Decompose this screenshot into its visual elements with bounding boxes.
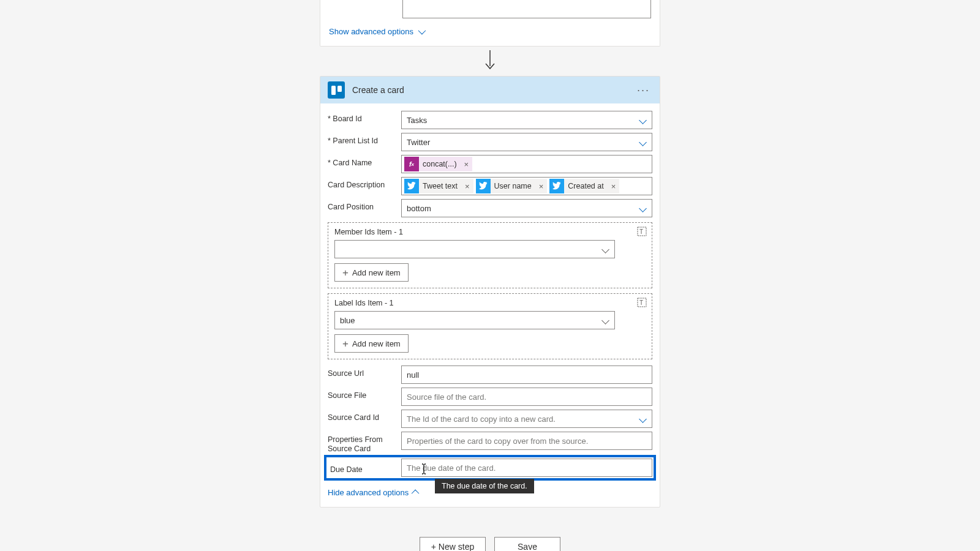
chevron-down-icon bbox=[639, 415, 647, 423]
source-card-id-select[interactable]: The Id of the card to copy into a new ca… bbox=[401, 410, 652, 428]
svg-text:T: T bbox=[639, 299, 643, 306]
add-button-label: Add new item bbox=[352, 268, 401, 277]
tweet-text-token[interactable]: Tweet text × bbox=[404, 179, 473, 193]
previous-action-card: Show advanced options bbox=[320, 0, 660, 47]
add-member-item-button[interactable]: + Add new item bbox=[334, 263, 409, 282]
token-label: Created at bbox=[564, 182, 607, 190]
save-button[interactable]: Save bbox=[494, 537, 560, 551]
fx-token[interactable]: fx concat(...) × bbox=[404, 157, 472, 171]
props-from-source-input[interactable] bbox=[401, 432, 652, 450]
card-pos-select[interactable]: bottom bbox=[401, 199, 652, 217]
due-date-tooltip: The due date of the card. bbox=[435, 479, 533, 493]
token-label: User name bbox=[491, 182, 535, 190]
label-ids-label: Label Ids Item - 1 bbox=[334, 299, 646, 307]
parent-list-value: Twitter bbox=[407, 138, 430, 147]
chevron-down-icon bbox=[601, 317, 609, 324]
flow-arrow bbox=[320, 47, 660, 76]
source-url-input[interactable] bbox=[401, 365, 652, 384]
chevron-down-icon bbox=[639, 138, 647, 146]
action-title: Create a card bbox=[352, 85, 627, 95]
plus-icon: + bbox=[342, 268, 349, 278]
board-id-select[interactable]: Tasks bbox=[401, 111, 652, 129]
show-advanced-link[interactable]: Show advanced options bbox=[329, 24, 424, 39]
label-ids-value: blue bbox=[340, 316, 355, 325]
label-ids-group: Label Ids Item - 1 T blue + Add new item bbox=[328, 293, 652, 359]
previous-input-stub[interactable] bbox=[402, 0, 651, 18]
fx-token-label: concat(...) bbox=[419, 160, 461, 168]
chevron-down-icon bbox=[639, 204, 647, 212]
card-pos-label: Card Position bbox=[328, 199, 396, 212]
save-label: Save bbox=[518, 542, 537, 551]
props-from-source-label: Properties From Source Card bbox=[328, 432, 396, 454]
fx-icon: fx bbox=[404, 157, 419, 171]
action-header[interactable]: Create a card ··· bbox=[320, 77, 660, 103]
parent-list-select[interactable]: Twitter bbox=[401, 133, 652, 151]
source-file-input[interactable] bbox=[401, 388, 652, 406]
hide-advanced-link[interactable]: Hide advanced options bbox=[328, 485, 419, 500]
board-id-value: Tasks bbox=[407, 116, 427, 125]
label-ids-select[interactable]: blue bbox=[334, 311, 615, 329]
token-label: Tweet text bbox=[419, 182, 461, 190]
created-at-token[interactable]: Created at × bbox=[549, 179, 619, 193]
action-menu-button[interactable]: ··· bbox=[635, 84, 652, 97]
source-card-id-placeholder: The Id of the card to copy into a new ca… bbox=[407, 414, 556, 424]
new-step-label: + New step bbox=[431, 542, 474, 551]
switch-array-icon[interactable]: T bbox=[637, 298, 647, 307]
parent-list-label: * Parent List Id bbox=[328, 133, 396, 146]
twitter-icon bbox=[476, 179, 491, 193]
hide-advanced-label: Hide advanced options bbox=[328, 488, 409, 497]
source-file-label: Source File bbox=[328, 388, 396, 400]
due-date-input[interactable] bbox=[401, 459, 652, 477]
member-ids-group: Member Ids Item - 1 T + Add new item bbox=[328, 222, 652, 288]
card-name-input[interactable]: fx concat(...) × bbox=[401, 155, 652, 173]
add-button-label: Add new item bbox=[352, 339, 401, 348]
create-card-action: Create a card ··· * Board Id Tasks * Par… bbox=[320, 76, 660, 508]
source-url-label: Source Url bbox=[328, 365, 396, 378]
trello-icon bbox=[328, 81, 345, 99]
plus-icon: + bbox=[342, 339, 349, 349]
member-ids-select[interactable] bbox=[334, 240, 615, 258]
svg-text:T: T bbox=[639, 228, 643, 235]
chevron-down-icon bbox=[639, 116, 647, 124]
card-pos-value: bottom bbox=[407, 204, 431, 213]
due-date-row-highlighted: Due Date The due date of the card. bbox=[324, 455, 656, 481]
chevron-down-icon bbox=[418, 27, 426, 35]
add-label-item-button[interactable]: + Add new item bbox=[334, 334, 409, 353]
chevron-down-icon bbox=[601, 246, 609, 253]
switch-array-icon[interactable]: T bbox=[637, 227, 647, 236]
card-desc-label: Card Description bbox=[328, 177, 396, 190]
due-date-label: Due Date bbox=[328, 462, 396, 474]
source-card-id-label: Source Card Id bbox=[328, 410, 396, 422]
token-remove[interactable]: × bbox=[608, 182, 620, 191]
member-ids-label: Member Ids Item - 1 bbox=[334, 228, 646, 236]
board-id-label: * Board Id bbox=[328, 111, 396, 124]
card-desc-input[interactable]: Tweet text × User name × Created at bbox=[401, 177, 652, 195]
twitter-icon bbox=[549, 179, 564, 193]
new-step-button[interactable]: + New step bbox=[420, 537, 486, 551]
token-remove[interactable]: × bbox=[535, 182, 548, 191]
token-remove[interactable]: × bbox=[461, 160, 473, 169]
twitter-icon bbox=[404, 179, 419, 193]
show-advanced-label: Show advanced options bbox=[329, 27, 413, 36]
token-remove[interactable]: × bbox=[461, 182, 473, 191]
chevron-up-icon bbox=[412, 490, 420, 498]
user-name-token[interactable]: User name × bbox=[476, 179, 548, 193]
card-name-label: * Card Name bbox=[328, 155, 396, 168]
